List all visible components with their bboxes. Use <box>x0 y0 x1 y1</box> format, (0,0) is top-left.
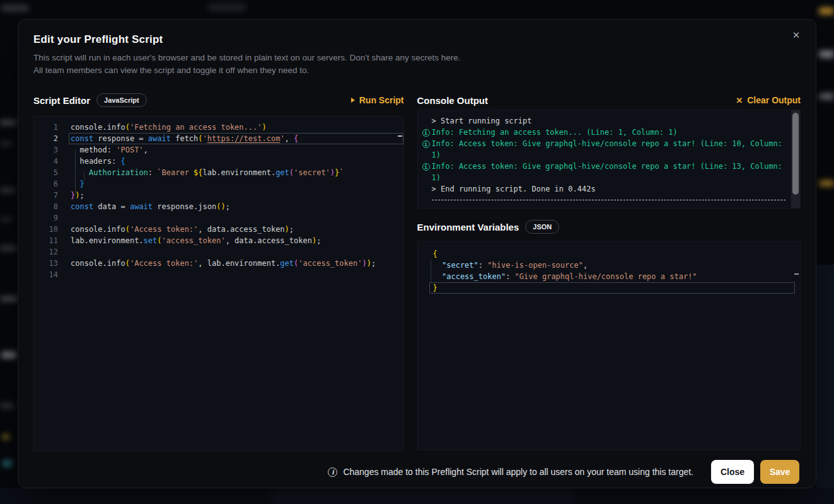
line-number: 12 <box>34 246 58 258</box>
console-line-text: Info: Access token: Give graphql-hive/co… <box>432 161 785 183</box>
description-line-1: This script will run in each user's brow… <box>33 52 801 64</box>
code-token: ` <box>339 168 344 177</box>
run-script-button[interactable]: Run Script <box>351 95 404 105</box>
language-badge: JavaScript <box>96 93 147 107</box>
code-line: "secret": "hive-is-open-source", <box>429 260 800 271</box>
save-button[interactable]: Save <box>760 460 799 484</box>
console-scrollbar-thumb[interactable] <box>792 113 799 195</box>
code-token: : <box>478 261 487 270</box>
code-token: `Bearer <box>157 168 194 177</box>
code-token: ( <box>125 123 130 132</box>
line-number: 5 <box>34 167 58 178</box>
env-vars-editor-area[interactable]: { "secret": "hive-is-open-source", "acce… <box>417 241 801 450</box>
code-token: fetch <box>171 134 198 143</box>
code-token: console.info <box>71 259 125 268</box>
code-token: ( <box>198 134 202 143</box>
code-line: }); <box>69 190 403 201</box>
code-token: { <box>120 157 125 166</box>
run-script-label: Run Script <box>359 95 404 105</box>
info-icon: i <box>328 467 337 477</box>
footer-note: i Changes made to this Preflight Script … <box>328 467 693 477</box>
code-token <box>433 272 442 281</box>
code-token: ; <box>226 202 230 211</box>
code-token: ${ <box>194 168 202 177</box>
code-token: "hive-is-open-source" <box>487 261 583 270</box>
close-icon[interactable]: ✕ <box>789 28 803 42</box>
code-token: ( <box>289 168 294 177</box>
code-token: console.info <box>71 123 125 132</box>
code-token: , <box>583 261 588 270</box>
code-line: "access_token": "Give graphql-hive/conso… <box>429 271 800 282</box>
code-token: data = <box>93 202 130 211</box>
code-line: method: 'POST', <box>69 144 403 156</box>
code-token: lab.environment. <box>71 236 144 245</box>
console-line: > Start running script <box>418 115 800 127</box>
line-number: 2 <box>34 133 58 144</box>
code-token: await <box>148 134 171 143</box>
code-token: method: <box>71 146 116 154</box>
code-line: console.info('Fetching an access token..… <box>69 122 403 133</box>
code-token: , <box>144 146 148 154</box>
code-token: : <box>506 272 514 281</box>
clear-output-button[interactable]: ✕ Clear Output <box>736 95 801 105</box>
code-token: } <box>433 284 437 292</box>
code-token: const <box>71 134 93 143</box>
code-token: ) <box>285 225 289 234</box>
console-scrollbar-track <box>791 110 800 208</box>
info-icon: i <box>420 161 432 183</box>
code-token: get <box>280 259 294 268</box>
code-token: 'Access token:' <box>130 259 198 268</box>
code-token: 'Fetching an access token...' <box>130 123 262 132</box>
code-token: "Give graphql-hive/console repo a star!" <box>515 272 697 281</box>
code-token: lab.environment. <box>203 168 276 177</box>
code-token: ; <box>371 259 376 268</box>
code-line <box>69 212 403 224</box>
console-separator <box>432 200 785 200</box>
clear-output-label: Clear Output <box>747 95 801 105</box>
page-title: Edit your Preflight Script <box>33 33 801 46</box>
info-icon-glyph: i <box>422 129 430 137</box>
console-content: > Start running scriptiInfo: Fetching an… <box>418 115 800 200</box>
play-icon <box>351 98 355 103</box>
line-number: 14 <box>34 269 58 280</box>
code-token: Authorization <box>89 168 148 177</box>
code-token: , lab.environment. <box>198 259 280 268</box>
code-token: ) <box>330 168 335 177</box>
code-token: 'access_token' <box>162 236 226 245</box>
code-line: const data = await response.json(); <box>69 201 403 212</box>
line-number-gutter: 1234567891011121314 <box>34 122 58 450</box>
footer-note-text: Changes made to this Preflight Script wi… <box>343 467 693 477</box>
code-token: ) <box>362 259 366 268</box>
line-number: 9 <box>34 212 58 224</box>
close-button[interactable]: Close <box>711 460 754 484</box>
script-editor-area[interactable]: 1234567891011121314 console.info('Fetchi… <box>33 116 404 451</box>
code-token: : <box>148 168 157 177</box>
indent-guide <box>75 149 76 195</box>
code-token: console.info <box>71 225 125 234</box>
line-number: 10 <box>34 224 58 235</box>
preflight-script-modal: ✕ Edit your Preflight Script This script… <box>18 19 816 488</box>
script-editor-title: Script Editor <box>33 95 90 106</box>
description-line-2: All team members can view the script and… <box>33 64 801 77</box>
code-token: ) <box>367 259 371 268</box>
code-line: console.info('Access token:', data.acces… <box>69 224 403 235</box>
console-output-area[interactable]: > Start running scriptiInfo: Fetching an… <box>417 110 801 209</box>
info-icon: i <box>420 127 432 138</box>
code-content: console.info('Fetching an access token..… <box>69 122 403 450</box>
code-token: await <box>130 202 153 211</box>
code-line: headers: { <box>69 156 403 167</box>
indent-guide <box>84 172 84 183</box>
cursor-ruler-mark <box>398 135 402 137</box>
console-line: iInfo: Access token: Give graphql-hive/c… <box>418 161 800 183</box>
code-token: 'Access token:' <box>130 225 198 234</box>
console-line-text: > End running script. Done in 0.442s <box>432 183 785 195</box>
console-line-text: > Start running script <box>432 115 785 127</box>
info-icon: i <box>420 138 432 161</box>
code-token <box>71 168 89 177</box>
code-token: https://test.com <box>207 134 281 143</box>
code-token: ) <box>221 202 225 211</box>
env-vars-content: { "secret": "hive-is-open-source", "acce… <box>429 248 800 294</box>
line-number: 1 <box>34 122 58 133</box>
code-token: response = <box>93 134 148 143</box>
modal-description: This script will run in each user's brow… <box>33 52 801 77</box>
